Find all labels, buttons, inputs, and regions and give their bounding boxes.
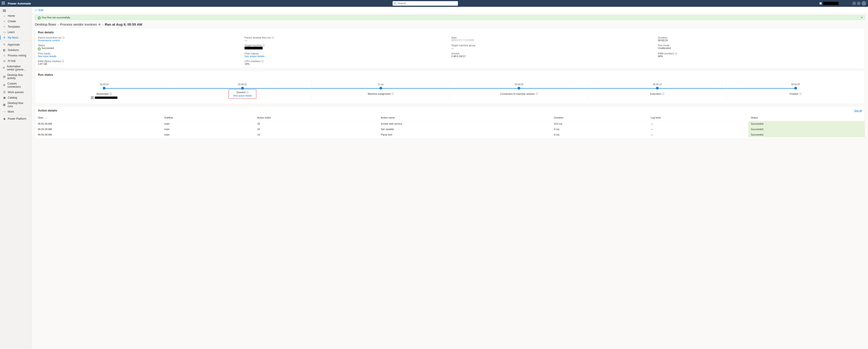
nav-my-flows[interactable]: ↯My flows	[0, 35, 32, 40]
help-icon[interactable]	[857, 2, 860, 5]
cell-status: Succeeded	[748, 132, 865, 137]
stage-connection: 00:00:05 ✓ Connection to machine session…	[450, 81, 588, 99]
col-start[interactable]: Start↓⌄	[35, 114, 161, 121]
top-bar: Power Automate	[0, 0, 868, 7]
value-run-mode: Unattended	[658, 47, 862, 49]
breadcrumb-desktop-flows[interactable]: Desktop flows	[35, 23, 56, 26]
command-bar: Edit	[32, 7, 868, 13]
close-icon[interactable]: ✕	[861, 16, 863, 19]
cell-start: 05:55:39 AM	[35, 127, 161, 132]
nav-label: Power Platform	[8, 117, 26, 120]
nav-label: Templates	[8, 25, 20, 28]
label-ram-median: RAM (median)i	[658, 52, 862, 55]
nav-label: Create	[8, 20, 16, 23]
table-row[interactable]: 05:55:39 AM main 15 Set variable 0 ms — …	[35, 127, 865, 132]
input-details-link[interactable]: See input details	[38, 55, 56, 58]
nav-approvals[interactable]: ✎Approvals	[0, 42, 32, 47]
info-icon[interactable]: i	[392, 93, 394, 95]
info-icon[interactable]: i	[110, 93, 112, 95]
nav-process-mining[interactable]: ⎌Process mining	[0, 53, 32, 58]
nav-custom-connectors[interactable]: ⚙Custom connectors	[0, 81, 32, 90]
user-icon	[91, 96, 94, 99]
run-status-title: Run status	[35, 71, 865, 79]
search-input[interactable]	[397, 2, 457, 5]
run-status-timeline: 00:00:04 ✓ Requestedi 00:00:02 ✓ Queuedi…	[35, 79, 865, 104]
nav-solutions[interactable]: ◧Solutions	[0, 47, 32, 53]
nav-catalog[interactable]: ▣Catalog	[0, 95, 32, 100]
nav-label: Automation center (previe...	[7, 65, 29, 71]
info-icon[interactable]: i	[799, 93, 802, 95]
cell-name: Invoke web service	[378, 121, 551, 127]
breadcrumb-flow-name[interactable]: Process vendor invoices	[60, 23, 97, 26]
svg-point-0	[394, 2, 396, 4]
info-icon[interactable]: i	[62, 36, 64, 39]
nav-desktop-flow-runs[interactable]: ▦Desktop flow runs	[0, 100, 32, 109]
nav-automation-center[interactable]: ≝Automation center (previe...	[0, 64, 32, 72]
user-avatar[interactable]	[862, 1, 866, 6]
col-duration[interactable]: Duration	[551, 114, 648, 121]
label-flow-inputs: Flow inputs	[38, 52, 242, 55]
col-subflow[interactable]: Subflow	[161, 114, 254, 121]
settings-icon[interactable]	[852, 2, 856, 5]
app-name: Power Automate	[8, 2, 31, 5]
run-details-title: Run details	[35, 28, 865, 36]
nav-work-queues[interactable]: ☰Work queues	[0, 90, 32, 95]
mining-icon: ⎌	[3, 54, 6, 57]
stage-label: Connection to machine session	[500, 93, 535, 95]
nav-power-platform[interactable]: ◆Power Platform	[0, 116, 32, 121]
stage-queued: 00:00:02 ✓ Queuedi View queue details	[174, 81, 312, 99]
cell-start: 05:55:38 AM	[35, 132, 161, 137]
parent-cloud-link[interactable]: Governance control	[38, 39, 60, 42]
info-icon[interactable]: i	[261, 60, 264, 62]
nav-desktop-flow-activity[interactable]: ▤Desktop flow activity	[0, 72, 32, 81]
chart-icon: ≝	[3, 66, 5, 70]
view-queue-details-link[interactable]: View queue details	[233, 95, 252, 97]
templates-icon: ✧	[3, 25, 6, 28]
global-search[interactable]	[393, 1, 458, 6]
cell-dur: 0 ms	[551, 132, 648, 137]
nav-create[interactable]: ＋Create	[0, 19, 32, 24]
col-action-name[interactable]: Action name	[378, 114, 551, 121]
topbar-right	[819, 1, 866, 6]
power-platform-icon: ◆	[3, 117, 6, 120]
label-status: Status	[38, 44, 242, 47]
app-launcher-icon[interactable]	[2, 2, 5, 5]
cell-start: 05:55:39 AM	[35, 121, 161, 127]
environment-name[interactable]	[823, 2, 838, 5]
nav-label: Approvals	[8, 43, 20, 46]
nav-learn[interactable]: ▭Learn	[0, 30, 32, 35]
collapse-nav-button[interactable]	[0, 8, 32, 13]
environment-icon[interactable]	[819, 2, 822, 4]
label-target-machine: Target machinei	[245, 44, 448, 47]
table-row[interactable]: 05:55:39 AM main 16 Invoke web service 5…	[35, 121, 865, 127]
col-log-level[interactable]: Log level	[648, 114, 748, 121]
nav-separator	[0, 41, 32, 41]
info-icon[interactable]: i	[675, 53, 677, 55]
info-icon[interactable]: i	[536, 93, 538, 95]
info-icon[interactable]: i	[662, 93, 664, 95]
nav-home[interactable]: ⌂Home	[0, 13, 32, 19]
info-icon[interactable]: i	[262, 44, 265, 46]
value-cpu-median: 19%	[245, 63, 448, 65]
stage-machine-assignment: 31 ms ✓ Machine assignmenti	[312, 81, 450, 99]
col-action-index[interactable]: Action index	[254, 114, 378, 121]
edit-button[interactable]: Edit	[35, 9, 43, 12]
value-start	[451, 39, 655, 42]
stage-label: Queued	[236, 91, 245, 94]
cell-log: —	[648, 121, 748, 127]
cell-subflow: main	[161, 127, 254, 132]
nav-label: Custom connectors	[7, 82, 29, 89]
output-details-link[interactable]: See output details	[245, 55, 265, 58]
info-icon[interactable]: i	[62, 60, 64, 62]
label-duration: Duration	[658, 36, 862, 39]
nav-more[interactable]: ⋯More	[0, 109, 32, 114]
book-icon: ▭	[3, 31, 6, 34]
see-all-link[interactable]: See all	[854, 109, 862, 112]
info-icon[interactable]: i	[272, 36, 274, 39]
info-icon[interactable]: i	[246, 91, 249, 93]
nav-templates[interactable]: ✧Templates	[0, 24, 32, 30]
col-status[interactable]: Status	[748, 114, 865, 121]
nav-ai-hub[interactable]: ◎AI hub	[0, 58, 32, 64]
table-row[interactable]: 05:55:38 AM main 13 Parse text 0 ms — Su…	[35, 132, 865, 137]
label-start: Start	[451, 36, 655, 39]
